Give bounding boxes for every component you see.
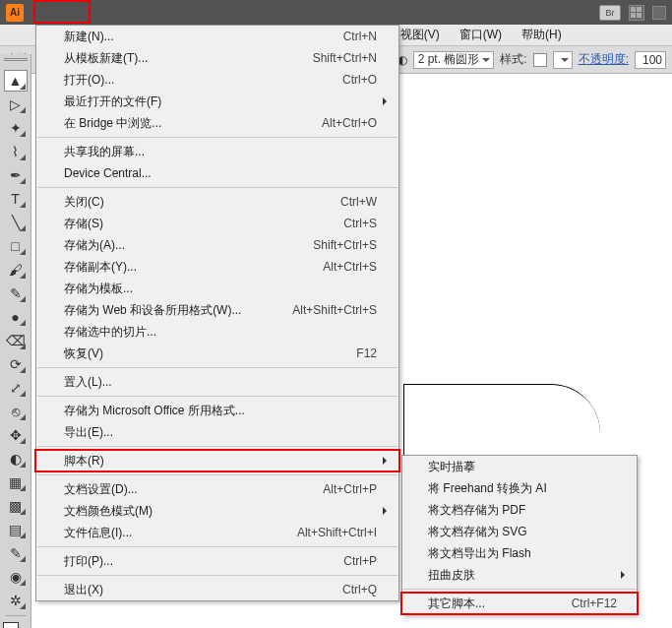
menu-item[interactable]: 存储为(A)...Shift+Ctrl+S — [36, 234, 398, 256]
submenu-item[interactable]: 扭曲皮肤 — [402, 564, 637, 586]
arrange-docs-icon[interactable] — [629, 5, 644, 21]
submenu-item-shortcut: Ctrl+F12 — [572, 597, 617, 610]
menu-item-label: 打印(P)... — [64, 553, 343, 570]
tool-eyedropper[interactable]: ✎ — [4, 542, 28, 564]
submenu-item-label: 将文档存储为 PDF — [428, 502, 617, 519]
submenu-item[interactable]: 实时描摹 — [402, 456, 637, 477]
menu-item[interactable]: Device Central... — [36, 162, 398, 184]
menu-item[interactable]: 文档颜色模式(M) — [36, 500, 398, 522]
tool-blob[interactable]: ● — [4, 306, 28, 328]
menu-help[interactable]: 帮助(H) — [512, 25, 572, 45]
tool-rotate[interactable]: ⟳ — [4, 353, 28, 375]
menu-item[interactable]: 新建(N)...Ctrl+N — [36, 26, 398, 47]
menu-item-shortcut: Alt+Ctrl+S — [323, 260, 377, 274]
menu-item-shortcut: F12 — [356, 346, 377, 360]
menu-item-label: 文档颜色模式(M) — [64, 503, 377, 520]
tool-perspective[interactable]: ▦ — [4, 471, 28, 493]
menu-item-label: 打开(O)... — [64, 72, 342, 89]
tool-mesh[interactable]: ▩ — [4, 495, 28, 517]
submenu-item[interactable]: 将文档存储为 SVG — [402, 521, 637, 542]
tool-line[interactable]: ╲ — [4, 212, 28, 233]
menu-item-shortcut: Alt+Shift+Ctrl+S — [292, 303, 377, 317]
opacity-label[interactable]: 不透明度: — [579, 51, 629, 68]
tool-free-transform[interactable]: ✥ — [4, 424, 28, 446]
tool-selection[interactable]: ▲ — [4, 70, 28, 92]
menu-item[interactable]: 存储副本(Y)...Alt+Ctrl+S — [36, 256, 398, 278]
opacity-value[interactable]: 100 — [635, 51, 666, 69]
menu-item-label: 从模板新建(T)... — [64, 50, 313, 67]
menu-item-shortcut: Shift+Ctrl+N — [313, 51, 377, 65]
menu-item-label: 共享我的屏幕... — [64, 144, 377, 160]
submenu-item-label: 扭曲皮肤 — [428, 567, 617, 584]
menu-item[interactable]: 导出(E)... — [36, 421, 398, 443]
toolbox-grip[interactable] — [4, 58, 28, 64]
menu-separator — [37, 367, 397, 368]
menu-item[interactable]: 存储为 Web 和设备所用格式(W)...Alt+Shift+Ctrl+S — [36, 299, 398, 321]
menu-item[interactable]: 共享我的屏幕... — [36, 141, 398, 162]
tool-type[interactable]: T — [4, 188, 28, 210]
menu-item-shortcut: Ctrl+O — [342, 73, 377, 87]
menu-item-shortcut: Ctrl+Q — [342, 583, 377, 597]
menu-item-shortcut: Ctrl+S — [343, 217, 377, 230]
menu-item[interactable]: 退出(X)Ctrl+Q — [36, 579, 398, 600]
tool-gradient[interactable]: ▤ — [4, 519, 28, 540]
menu-item[interactable]: 存储为 Microsoft Office 所用格式... — [36, 400, 398, 421]
menu-item-label: 存储为 Web 和设备所用格式(W)... — [64, 302, 292, 319]
tool-shape-builder[interactable]: ◐ — [4, 448, 28, 470]
tool-direct-select[interactable]: ▷ — [4, 94, 28, 115]
menu-item[interactable]: 文件信息(I)...Alt+Shift+Ctrl+I — [36, 522, 398, 543]
submenu-item-label: 将文档存储为 SVG — [428, 524, 617, 540]
submenu-item[interactable]: 其它脚本...Ctrl+F12 — [402, 593, 637, 614]
tool-pencil[interactable]: ✎ — [4, 283, 28, 304]
menu-item[interactable]: 最近打开的文件(F) — [36, 91, 398, 112]
menu-item[interactable]: 打印(P)...Ctrl+P — [36, 550, 398, 572]
tool-eraser[interactable]: ⌫ — [4, 330, 28, 351]
menu-item-shortcut: Ctrl+N — [343, 30, 377, 43]
tool-symbol-sprayer[interactable]: ✲ — [4, 590, 28, 611]
tool-scale[interactable]: ⤢ — [4, 377, 28, 399]
file-menu-dropdown: 新建(N)...Ctrl+N从模板新建(T)...Shift+Ctrl+N打开(… — [35, 25, 399, 601]
menu-item[interactable]: 存储(S)Ctrl+S — [36, 213, 398, 234]
menu-separator — [37, 137, 397, 138]
menu-separator — [37, 446, 397, 447]
menu-item[interactable]: 置入(L)... — [36, 371, 398, 393]
menu-item-label: 置入(L)... — [64, 374, 377, 391]
menu-item-label: 在 Bridge 中浏览... — [64, 115, 322, 132]
submenu-item-label: 实时描摹 — [428, 459, 617, 475]
submenu-item[interactable]: 将文档存储为 PDF — [402, 499, 637, 521]
fill-stroke-control[interactable] — [3, 622, 29, 628]
menu-item[interactable]: 从模板新建(T)...Shift+Ctrl+N — [36, 47, 398, 69]
submenu-item[interactable]: 将 Freehand 转换为 AI — [402, 477, 637, 499]
toolbox: ▲▷✦⌇✒T╲□🖌✎●⌫⟳⤢⎋✥◐▦▩▤✎◉✲ — [0, 54, 31, 628]
menu-separator — [403, 589, 636, 590]
submenu-item-label: 其它脚本... — [428, 596, 572, 612]
tool-lasso[interactable]: ⌇ — [4, 141, 28, 162]
ai-logo-icon: Ai — [6, 4, 24, 22]
tool-rectangle[interactable]: □ — [4, 235, 28, 257]
menu-item[interactable]: 存储选中的切片... — [36, 321, 398, 343]
submenu-item[interactable]: 将文档导出为 Flash — [402, 542, 637, 564]
menu-item[interactable]: 文档设置(D)...Alt+Ctrl+P — [36, 478, 398, 500]
style-swatch[interactable] — [533, 53, 547, 67]
menu-item[interactable]: 在 Bridge 中浏览...Alt+Ctrl+O — [36, 112, 398, 134]
style-dropdown[interactable] — [553, 51, 573, 69]
tool-blend[interactable]: ◉ — [4, 566, 28, 588]
menu-separator — [37, 474, 397, 475]
stroke-profile-dropdown[interactable]: 2 pt. 椭圆形 — [413, 51, 495, 69]
bridge-badge[interactable]: Br — [599, 5, 621, 21]
menu-window[interactable]: 窗口(W) — [450, 25, 512, 45]
tool-width[interactable]: ⎋ — [4, 401, 28, 422]
tool-magic-wand[interactable]: ✦ — [4, 117, 28, 139]
tool-paintbrush[interactable]: 🖌 — [4, 259, 28, 281]
menu-item[interactable]: 存储为模板... — [36, 278, 398, 299]
menu-item-shortcut: Ctrl+P — [343, 554, 377, 568]
screen-mode-icon[interactable] — [652, 6, 666, 20]
menu-item[interactable]: 打开(O)...Ctrl+O — [36, 69, 398, 91]
menu-item[interactable]: 关闭(C)Ctrl+W — [36, 191, 398, 213]
menu-item[interactable]: 脚本(R) — [36, 450, 398, 471]
menu-item-label: 新建(N)... — [64, 29, 343, 45]
menu-item-label: 存储为 Microsoft Office 所用格式... — [64, 403, 377, 419]
tool-pen[interactable]: ✒ — [4, 164, 28, 186]
menu-item-shortcut: Alt+Ctrl+P — [323, 482, 377, 496]
menu-item[interactable]: 恢复(V)F12 — [36, 343, 398, 364]
